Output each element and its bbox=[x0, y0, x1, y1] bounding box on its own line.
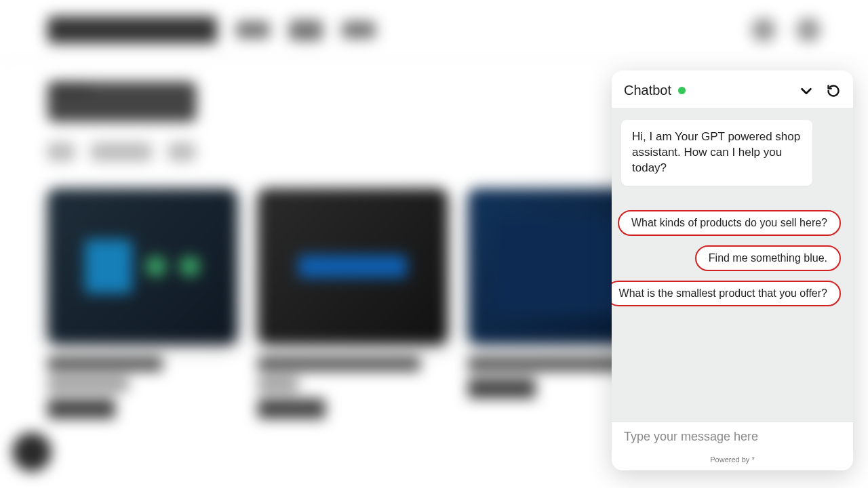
filter-chip bbox=[168, 142, 195, 161]
suggested-prompt[interactable]: Find me something blue. bbox=[695, 245, 841, 271]
suggested-prompt[interactable]: What kinds of products do you sell here? bbox=[618, 210, 841, 236]
minimize-button[interactable] bbox=[799, 83, 814, 98]
floating-action-button bbox=[12, 432, 52, 472]
bot-message: Hi, I am Your GPT powered shop assistant… bbox=[621, 120, 812, 186]
chat-messages: Hi, I am Your GPT powered shop assistant… bbox=[612, 108, 853, 422]
chevron-down-icon bbox=[799, 83, 814, 98]
chat-title: Chatbot bbox=[624, 83, 671, 98]
site-logo bbox=[47, 16, 217, 43]
chat-header: Chatbot bbox=[612, 70, 853, 108]
product-card bbox=[258, 188, 448, 419]
chat-widget: Chatbot Hi, I am Your GPT powered shop a… bbox=[612, 70, 853, 470]
filter-chip bbox=[47, 142, 75, 161]
nav-item bbox=[236, 21, 270, 39]
refresh-icon bbox=[827, 84, 840, 98]
page-title: Products bbox=[47, 81, 197, 122]
nav-item bbox=[289, 20, 323, 40]
reset-button[interactable] bbox=[826, 83, 841, 98]
product-card bbox=[47, 188, 237, 419]
status-indicator-icon bbox=[678, 87, 686, 94]
chat-input-area bbox=[612, 422, 853, 451]
nav-item bbox=[342, 21, 376, 39]
suggested-prompt[interactable]: What is the smallest product that you of… bbox=[612, 281, 841, 306]
chat-input[interactable] bbox=[623, 429, 845, 445]
search-icon bbox=[751, 18, 776, 42]
cart-icon bbox=[796, 18, 821, 42]
suggested-prompts: What kinds of products do you sell here?… bbox=[621, 210, 844, 306]
powered-by-label: Powered by * bbox=[612, 451, 853, 470]
filter-chip bbox=[91, 142, 152, 161]
